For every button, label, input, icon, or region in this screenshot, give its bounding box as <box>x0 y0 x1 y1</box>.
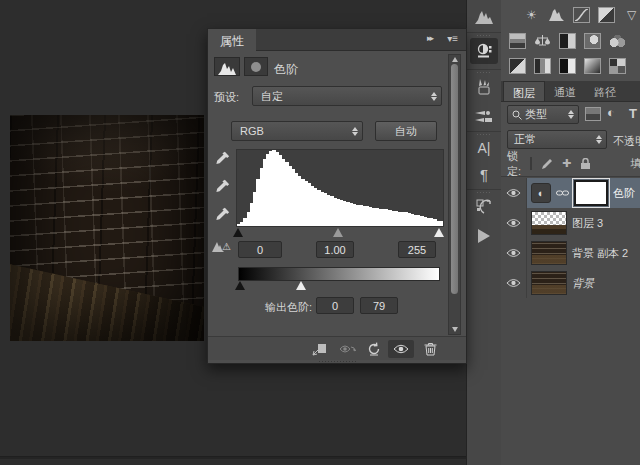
mask-badge-icon[interactable] <box>244 57 268 76</box>
photoshop-workspace: ☀ ▽ 图层 <box>0 0 640 465</box>
input-white-value: 255 <box>408 244 426 256</box>
output-black-value: 0 <box>332 300 338 312</box>
preset-value: 自定 <box>261 89 283 104</box>
properties-toolbar <box>208 336 466 360</box>
lock-all-icon[interactable] <box>580 158 591 170</box>
input-black-slider[interactable] <box>233 228 243 237</box>
view-previous-state-icon[interactable] <box>337 340 357 358</box>
output-levels-label: 输出色阶: <box>238 300 312 315</box>
properties-panel-header[interactable]: 属性 ▸▸ ▾≡ <box>208 29 466 51</box>
properties-panel-icon[interactable] <box>470 38 498 64</box>
output-white-field[interactable]: 79 <box>360 297 398 314</box>
channel-select[interactable]: RGB <box>231 121 363 141</box>
layer-name[interactable]: 图层 3 <box>572 216 603 231</box>
paragraph-panel-icon[interactable]: ¶ <box>470 162 498 186</box>
lock-transparent-icon[interactable] <box>530 157 532 170</box>
exposure-adjustment-icon[interactable] <box>598 7 615 23</box>
preset-select[interactable]: 自定 <box>252 86 442 106</box>
hue-saturation-adjustment-icon[interactable] <box>509 33 526 49</box>
input-gamma-slider[interactable] <box>333 228 343 237</box>
layer-row-background[interactable]: 背景 <box>501 268 640 298</box>
brush-panel-icon[interactable] <box>470 75 498 99</box>
actions-panel-icon[interactable] <box>470 224 498 248</box>
right-panel-column: ☀ ▽ 图层 <box>500 0 640 465</box>
properties-scrollbar[interactable] <box>448 54 461 335</box>
invert-adjustment-icon[interactable] <box>509 58 526 74</box>
filter-pixel-layers-icon[interactable] <box>585 107 601 121</box>
clone-source-panel-icon[interactable] <box>470 195 498 219</box>
brush-presets-panel-icon[interactable] <box>470 104 498 128</box>
vibrance-adjustment-icon[interactable]: ▽ <box>623 7 640 23</box>
input-gamma-field[interactable]: 1.00 <box>316 241 354 258</box>
photo-filter-adjustment-icon[interactable] <box>584 33 601 49</box>
layer-visibility-toggle[interactable] <box>501 208 527 238</box>
panel-drag-grip[interactable] <box>318 360 358 364</box>
layer-visibility-toggle[interactable] <box>501 178 527 208</box>
select-arrows-icon <box>564 110 578 119</box>
input-white-field[interactable]: 255 <box>398 241 436 258</box>
dock-group-separator <box>467 69 501 74</box>
layer-row-levels[interactable]: ◐ 色阶 <box>501 178 640 208</box>
output-black-slider[interactable] <box>235 281 245 290</box>
blend-mode-select[interactable]: 正常 <box>507 130 607 149</box>
layer-name[interactable]: 背景 副本 2 <box>572 246 628 261</box>
selective-color-adjustment-icon[interactable] <box>609 58 626 74</box>
filter-adjustment-layers-icon[interactable]: ◐ <box>607 105 615 120</box>
layer-row-bg-copy2[interactable]: 背景 副本 2 <box>501 238 640 268</box>
filter-type-layers-icon[interactable]: T <box>629 106 637 121</box>
threshold-adjustment-icon[interactable] <box>559 58 576 74</box>
black-point-eyedropper[interactable] <box>215 151 230 166</box>
histogram-panel-icon[interactable] <box>470 5 498 29</box>
character-panel-icon[interactable]: A| <box>470 136 498 160</box>
white-point-eyedropper[interactable] <box>215 207 230 222</box>
output-black-field[interactable]: 0 <box>316 297 354 314</box>
posterize-adjustment-icon[interactable] <box>534 58 551 74</box>
layer-mask-thumbnail[interactable] <box>574 180 608 206</box>
clip-to-layer-icon[interactable] <box>309 340 329 358</box>
layer-thumbnail[interactable] <box>531 211 567 235</box>
scroll-down-arrow[interactable] <box>452 327 458 332</box>
canvas-image[interactable] <box>10 115 204 341</box>
gradient-map-adjustment-icon[interactable] <box>584 58 601 74</box>
layer-name[interactable]: 背景 <box>572 276 594 291</box>
panel-menu-icon[interactable]: ▾≡ <box>447 33 458 44</box>
brightness-contrast-icon[interactable]: ☀ <box>523 7 540 23</box>
channel-mixer-adjustment-icon[interactable] <box>609 33 626 49</box>
output-white-slider[interactable] <box>296 281 306 290</box>
layer-thumbnail[interactable] <box>531 241 567 265</box>
tab-channels[interactable]: 通道 <box>545 81 585 101</box>
levels-badge-icon <box>214 57 240 76</box>
eye-icon <box>506 218 521 228</box>
layer-visibility-toggle[interactable] <box>501 268 527 298</box>
lock-pixels-brush-icon[interactable] <box>541 158 553 170</box>
play-icon <box>478 229 490 243</box>
histogram-refresh-warning-icon[interactable]: ⚠ <box>212 241 231 252</box>
scroll-up-arrow[interactable] <box>452 57 458 62</box>
levels-adjustment-thumbnail[interactable]: ◐ <box>531 183 551 203</box>
layer-filter-type-select[interactable]: 类型 <box>507 105 579 124</box>
properties-tab[interactable]: 属性 <box>208 29 256 51</box>
color-balance-adjustment-icon[interactable] <box>534 33 551 49</box>
layer-thumbnail[interactable] <box>531 271 567 295</box>
tab-layers[interactable]: 图层 <box>503 81 545 101</box>
gray-point-eyedropper[interactable] <box>215 179 230 194</box>
input-black-field[interactable]: 0 <box>238 241 282 258</box>
toggle-visibility-icon[interactable] <box>388 340 414 358</box>
layer-row-layer3[interactable]: 图层 3 <box>501 208 640 238</box>
delete-adjustment-icon[interactable] <box>420 340 440 358</box>
curves-adjustment-icon[interactable] <box>573 7 590 23</box>
layer-visibility-toggle[interactable] <box>501 238 527 268</box>
mask-link-icon[interactable] <box>556 189 569 197</box>
black-white-adjustment-icon[interactable] <box>559 33 576 49</box>
tab-paths[interactable]: 路径 <box>585 81 625 101</box>
auto-button[interactable]: 自动 <box>375 121 437 141</box>
collapse-panel-icon[interactable]: ▸▸ <box>427 33 432 43</box>
levels-adjustment-icon[interactable] <box>548 7 565 23</box>
input-white-slider[interactable] <box>434 228 444 237</box>
reset-adjustment-icon[interactable] <box>364 340 384 358</box>
layer-name[interactable]: 色阶 <box>613 186 635 201</box>
select-arrows-icon <box>592 135 606 144</box>
eye-icon <box>506 278 521 288</box>
scrollbar-thumb[interactable] <box>451 64 458 294</box>
lock-position-icon[interactable]: ✚ <box>562 157 571 170</box>
